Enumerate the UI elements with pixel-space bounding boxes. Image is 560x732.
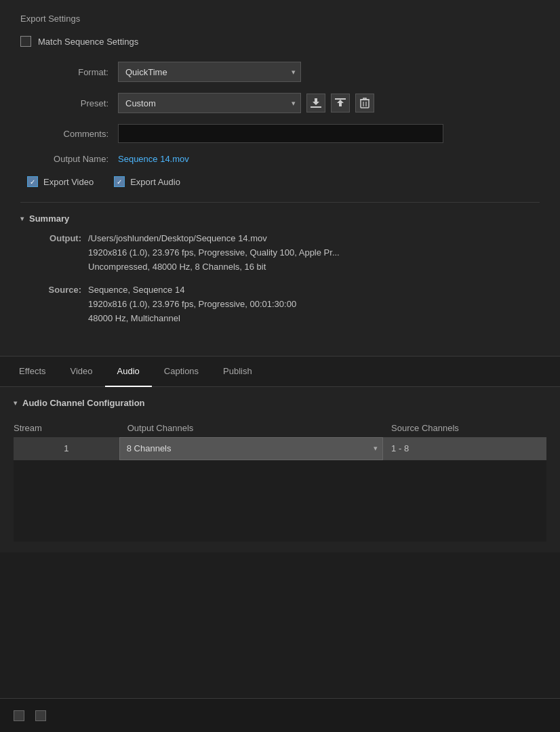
channel-table-wrapper: Stream Output Channels Source Channels 1…	[14, 419, 546, 460]
format-select-wrapper: QuickTime H.264 HEVC MPEG4 ▾	[118, 62, 301, 82]
comments-row: Comments:	[20, 124, 540, 143]
summary-output-details1: 1920x816 (1.0), 23.976 fps, Progressive,…	[88, 246, 340, 260]
preset-controls: Custom High Quality Medium Quality ▾	[118, 93, 374, 113]
export-video-label: Export Video	[43, 177, 94, 187]
audio-channel-header: ▾ Audio Channel Configuration	[14, 398, 546, 408]
summary-header: ▾ Summary	[20, 214, 540, 224]
format-row: Format: QuickTime H.264 HEVC MPEG4 ▾	[20, 62, 540, 82]
summary-source-name: Sequence, Sequence 14	[88, 283, 296, 298]
export-settings-panel: Export Settings Match Sequence Settings …	[0, 0, 560, 357]
stream-cell: 1	[14, 437, 119, 460]
output-name-row: Output Name: Sequence 14.mov	[20, 154, 540, 164]
bottom-checkbox-1[interactable]	[14, 710, 24, 721]
audio-channel-chevron-icon[interactable]: ▾	[14, 399, 17, 407]
svg-rect-0	[311, 106, 321, 108]
tabs-bar: Effects Video Audio Captions Publish	[0, 357, 560, 387]
bottom-checkbox-2[interactable]	[35, 710, 46, 721]
export-video-checkbox-item[interactable]: Export Video	[27, 176, 94, 187]
tab-effects[interactable]: Effects	[7, 357, 58, 387]
output-channels-cell: 8 Channels Stereo Mono ▾	[119, 437, 383, 460]
audio-panel: ▾ Audio Channel Configuration Stream Out…	[0, 387, 560, 552]
tab-captions[interactable]: Captions	[152, 357, 211, 387]
summary-source-value: Sequence, Sequence 14 1920x816 (1.0), 23…	[88, 283, 296, 325]
summary-source-key: Source:	[34, 283, 81, 325]
summary-source-details2: 48000 Hz, Multichannel	[88, 312, 296, 326]
output-channels-select-wrapper: 8 Channels Stereo Mono ▾	[119, 437, 383, 460]
summary-source-row: Source: Sequence, Sequence 14 1920x816 (…	[34, 283, 540, 325]
summary-source-details1: 1920x816 (1.0), 23.976 fps, Progressive,…	[88, 298, 296, 312]
preset-row: Preset: Custom High Quality Medium Quali…	[20, 93, 540, 113]
source-cell-content: 1 - 8	[383, 437, 546, 460]
summary-title: Summary	[29, 214, 69, 224]
summary-section: ▾ Summary Output: /Users/joshlunden/Desk…	[20, 202, 540, 326]
match-sequence-label: Match Sequence Settings	[38, 37, 138, 47]
summary-output-details2: Uncompressed, 48000 Hz, 8 Channels, 16 b…	[88, 260, 340, 274]
tab-publish[interactable]: Publish	[211, 357, 264, 387]
preset-select-wrapper: Custom High Quality Medium Quality ▾	[118, 93, 301, 113]
empty-area	[14, 460, 546, 542]
svg-rect-2	[361, 100, 369, 108]
audio-channel-title: Audio Channel Configuration	[22, 398, 145, 408]
source-channels-cell: 1 - 8	[383, 437, 546, 460]
col-header-source: Source Channels	[383, 419, 546, 437]
tab-video[interactable]: Video	[58, 357, 105, 387]
tab-audio[interactable]: Audio	[105, 357, 152, 387]
source-channels-value: 1 - 8	[391, 443, 409, 453]
export-video-checkbox[interactable]	[27, 176, 38, 187]
preset-import-button[interactable]	[331, 94, 350, 113]
bottom-bar	[0, 698, 560, 732]
preset-label: Preset:	[20, 98, 108, 108]
summary-output-path: /Users/joshlunden/Desktop/Sequence 14.mo…	[88, 232, 340, 246]
match-sequence-checkbox[interactable]	[20, 36, 31, 47]
export-audio-checkbox-item[interactable]: Export Audio	[114, 176, 180, 187]
col-header-stream: Stream	[14, 419, 119, 437]
summary-output-row: Output: /Users/joshlunden/Desktop/Sequen…	[34, 232, 540, 274]
match-sequence-row: Match Sequence Settings	[20, 36, 540, 47]
preset-delete-button[interactable]	[355, 94, 374, 113]
output-name-label: Output Name:	[20, 154, 108, 164]
summary-content: Output: /Users/joshlunden/Desktop/Sequen…	[20, 232, 540, 326]
channel-table: Stream Output Channels Source Channels 1…	[14, 419, 546, 460]
format-label: Format:	[20, 67, 108, 77]
format-select[interactable]: QuickTime H.264 HEVC MPEG4	[118, 62, 301, 82]
comments-input[interactable]	[118, 124, 443, 143]
panel-title: Export Settings	[20, 14, 540, 24]
col-header-output: Output Channels	[119, 419, 383, 437]
summary-chevron-icon[interactable]: ▾	[20, 215, 24, 222]
export-audio-checkbox[interactable]	[114, 176, 125, 187]
output-channels-select[interactable]: 8 Channels Stereo Mono	[119, 437, 383, 460]
output-name-link[interactable]: Sequence 14.mov	[118, 154, 189, 164]
comments-label: Comments:	[20, 129, 108, 139]
export-audio-label: Export Audio	[130, 177, 180, 187]
preset-save-button[interactable]	[306, 94, 325, 113]
table-row: 1 8 Channels Stereo Mono ▾	[14, 437, 546, 460]
preset-select[interactable]: Custom High Quality Medium Quality	[118, 93, 301, 113]
summary-output-value: /Users/joshlunden/Desktop/Sequence 14.mo…	[88, 232, 340, 274]
export-checkboxes: Export Video Export Audio	[20, 176, 540, 187]
svg-rect-1	[335, 98, 346, 100]
summary-output-key: Output:	[34, 232, 81, 274]
